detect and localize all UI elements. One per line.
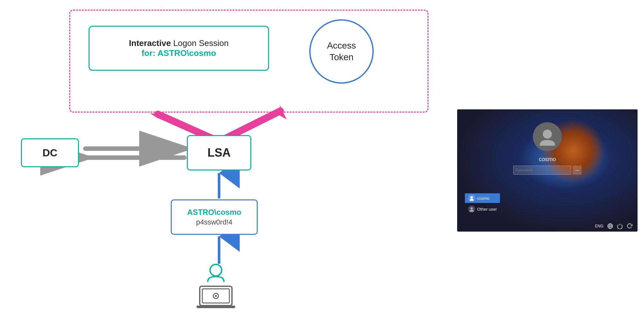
credentials-box: ASTRO\cosmo p4ssw0rd!4	[171, 199, 258, 235]
svg-point-19	[543, 130, 552, 139]
credentials-password: p4ssw0rd!4	[196, 218, 233, 226]
login-user-cosmo[interactable]: cosmo	[465, 193, 500, 203]
svg-point-17	[215, 295, 217, 297]
user-cosmo-label: cosmo	[477, 196, 489, 201]
dc-box: DC	[21, 138, 79, 167]
login-bottom-bar: ENG	[595, 223, 632, 229]
access-token-label: Access Token	[327, 40, 356, 63]
login-password-input[interactable]	[513, 166, 571, 175]
login-submit-button[interactable]: →	[572, 166, 582, 175]
user-other-label: Other user	[477, 207, 497, 212]
login-user-other[interactable]: Other user	[465, 204, 500, 214]
lsa-label: LSA	[207, 146, 231, 160]
windows-login-screen: cosmo → cosmo	[457, 109, 638, 232]
user-icon-cosmo	[468, 195, 475, 202]
svg-point-13	[210, 264, 222, 276]
svg-rect-18	[197, 306, 235, 308]
access-token-circle: Access Token	[309, 19, 374, 84]
login-username: cosmo	[539, 156, 556, 163]
logon-session-line1: Interactive Logon Session	[129, 38, 228, 48]
restart-icon	[627, 223, 632, 229]
login-lang: ENG	[595, 224, 603, 228]
globe-icon	[607, 223, 613, 229]
svg-point-21	[470, 207, 473, 209]
login-avatar	[533, 122, 562, 151]
dc-label: DC	[43, 147, 57, 159]
logon-session-box: Interactive Logon Session for: ASTRO\cos…	[89, 26, 269, 71]
login-password-row: →	[513, 166, 582, 175]
person-laptop-icon	[190, 264, 242, 309]
credentials-username: ASTRO\cosmo	[187, 208, 241, 217]
lsa-box: LSA	[187, 135, 251, 170]
power-icon	[617, 223, 623, 229]
login-user-list: cosmo Other user	[465, 193, 500, 214]
svg-point-20	[470, 196, 473, 198]
user-icon-other	[468, 206, 475, 213]
logon-session-line2: for: ASTRO\cosmo	[141, 48, 216, 58]
